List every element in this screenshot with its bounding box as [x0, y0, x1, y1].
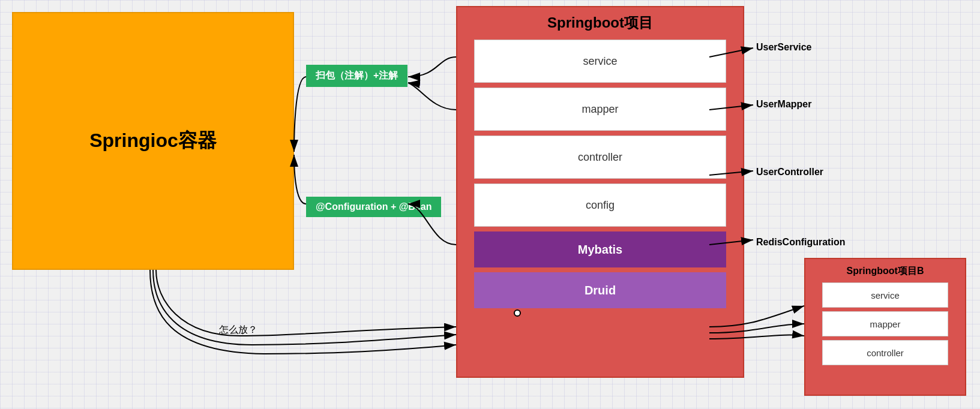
springboot-a-title: Springboot项目 — [463, 13, 737, 32]
service-box: service — [474, 40, 726, 83]
config-box: config — [474, 184, 726, 227]
user-controller-label: UserController — [756, 167, 823, 178]
user-mapper-label: UserMapper — [756, 99, 811, 110]
b-controller-box: controller — [822, 340, 948, 365]
b-service-box: service — [822, 282, 948, 308]
mybatis-box: Mybatis — [474, 231, 726, 267]
user-service-label: UserService — [756, 42, 812, 53]
scan-button[interactable]: 扫包（注解）+注解 — [306, 65, 407, 87]
config-button[interactable]: @Configuration + @Bean — [306, 197, 441, 217]
howto-label: 怎么放？ — [219, 324, 257, 336]
controller-box: controller — [474, 136, 726, 179]
springboot-project-a: Springboot项目 service mapper controller c… — [456, 6, 744, 378]
mapper-box: mapper — [474, 88, 726, 131]
b-mapper-box: mapper — [822, 311, 948, 336]
springboot-project-b: Springboot项目B service mapper controller — [804, 258, 966, 396]
ioc-container: Springioc容器 — [12, 12, 294, 270]
redis-config-label: RedisConfiguration — [756, 237, 845, 248]
druid-box: Druid — [474, 272, 726, 308]
springboot-b-title: Springboot项目B — [811, 265, 959, 278]
ioc-title: Springioc容器 — [89, 128, 217, 154]
